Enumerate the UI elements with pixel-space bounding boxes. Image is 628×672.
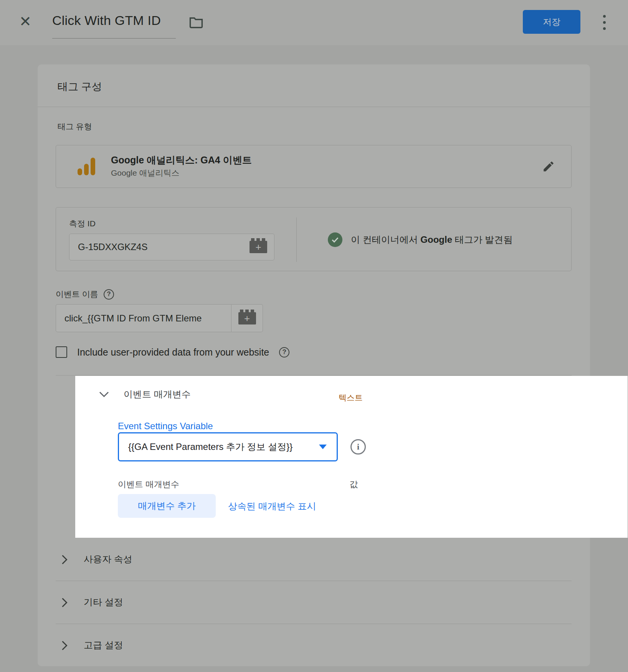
folder-icon[interactable] xyxy=(189,15,203,30)
chevron-right-icon xyxy=(61,598,68,608)
section-other-settings[interactable]: 기타 설정 xyxy=(38,581,590,624)
dropdown-caret-icon xyxy=(319,445,327,449)
panel-title: 태그 구성 xyxy=(58,80,102,94)
section-advanced-settings[interactable]: 고급 설정 xyxy=(38,624,590,667)
info-icon[interactable]: i xyxy=(350,439,366,455)
measurement-panel: 측정 ID G-15DXXGKZ4S 이 컨테이너에서 Google 태그가 발… xyxy=(56,207,572,271)
variable-picker-button[interactable] xyxy=(231,304,263,332)
measurement-id-field[interactable]: G-15DXXGKZ4S xyxy=(69,234,243,260)
tag-name-title[interactable]: Click With GTM ID xyxy=(52,13,161,28)
variable-picker-button[interactable] xyxy=(243,234,274,260)
tag-type-name: Google 애널리틱스: GA4 이벤트 xyxy=(111,154,252,166)
show-inherited-params-link[interactable]: 상속된 매개변수 표시 xyxy=(228,500,316,512)
event-parameters-title: 이벤트 매개변수 xyxy=(124,388,191,400)
chevron-down-icon xyxy=(99,391,109,397)
card-header: 태그 구성 xyxy=(38,64,590,107)
lego-plus-icon xyxy=(250,241,267,253)
help-icon[interactable]: ? xyxy=(279,347,289,357)
edit-pencil-icon[interactable] xyxy=(542,160,555,173)
title-underline xyxy=(52,38,176,39)
save-button[interactable]: 저장 xyxy=(523,10,580,34)
lego-plus-icon xyxy=(238,312,256,324)
section-label: 기타 설정 xyxy=(84,596,123,608)
event-settings-variable-label: Event Settings Variable xyxy=(118,421,213,432)
divider xyxy=(56,375,572,376)
add-parameter-button[interactable]: 매개변수 추가 xyxy=(118,494,216,518)
user-data-checkbox-label: Include user-provided data from your web… xyxy=(77,347,269,358)
google-tag-status: 이 컨테이너에서 Google 태그가 발견됨 xyxy=(306,208,571,272)
tag-configuration-card: 태그 구성 태그 유형 Google 애널리틱스: GA4 이벤트 Google… xyxy=(38,64,590,666)
top-bar: ✕ Click With GTM ID 저장 xyxy=(0,0,628,45)
chevron-right-icon xyxy=(61,555,68,565)
text-variable-link[interactable]: 텍스트 xyxy=(339,392,363,403)
gtm-tag-editor: ✕ Click With GTM ID 저장 태그 구성 태그 유형 Googl… xyxy=(0,0,628,672)
value-column-label: 값 xyxy=(349,479,358,490)
status-text: 이 컨테이너에서 Google 태그가 발견됨 xyxy=(351,234,512,246)
param-column-label: 이벤트 매개변수 xyxy=(118,479,179,490)
close-icon[interactable]: ✕ xyxy=(17,13,34,30)
user-data-checkbox[interactable] xyxy=(56,346,67,358)
section-label: 고급 설정 xyxy=(84,639,123,651)
measurement-id-label: 측정 ID xyxy=(69,218,96,229)
section-label: 사용자 속성 xyxy=(84,553,132,565)
tag-type-selector[interactable]: Google 애널리틱스: GA4 이벤트 Google 애널리틱스 xyxy=(56,145,572,188)
section-user-properties[interactable]: 사용자 속성 xyxy=(38,538,590,581)
more-options-icon[interactable] xyxy=(597,13,611,31)
event-parameters-header[interactable]: 이벤트 매개변수 xyxy=(99,388,191,400)
ga4-analytics-icon xyxy=(78,157,97,177)
event-name-field[interactable]: click_{{GTM ID From GTM Eleme xyxy=(56,304,231,332)
check-circle-icon xyxy=(328,232,342,247)
tag-type-vendor: Google 애널리틱스 xyxy=(111,168,180,178)
help-icon[interactable]: ? xyxy=(104,289,114,300)
event-settings-variable-select[interactable]: {{GA Event Parameters 추가 정보 설정}} xyxy=(118,432,338,461)
chevron-right-icon xyxy=(61,641,68,651)
event-name-label: 이벤트 이름 xyxy=(56,289,98,300)
selected-variable-value: {{GA Event Parameters 추가 정보 설정}} xyxy=(119,441,319,453)
vertical-divider xyxy=(296,217,297,262)
tag-type-label: 태그 유형 xyxy=(58,121,92,132)
